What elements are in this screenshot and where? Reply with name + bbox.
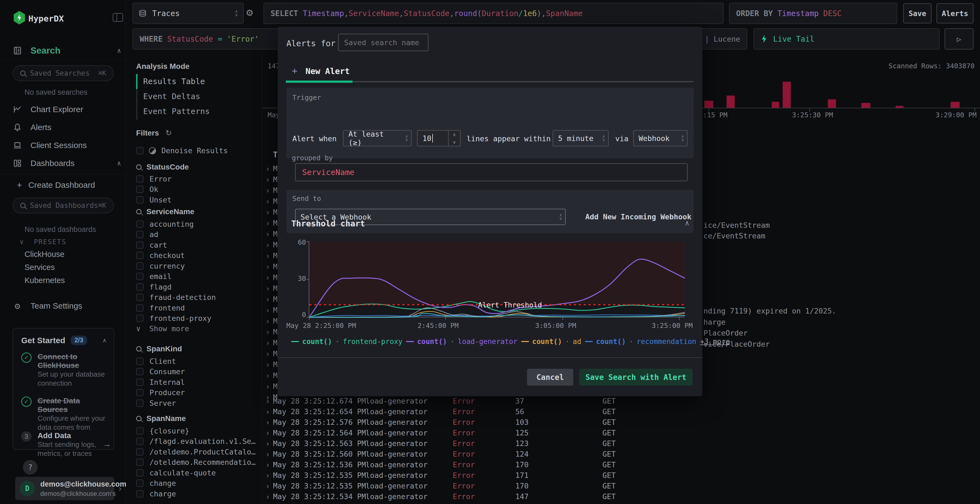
expand-chevron-icon[interactable]: ›: [266, 175, 270, 184]
expand-chevron-icon[interactable]: ›: [266, 284, 270, 293]
hyperdx-logo-icon[interactable]: [13, 11, 25, 24]
denoise-toggle[interactable]: Denoise Results: [136, 146, 228, 155]
legend-more-button[interactable]: +3 more: [700, 337, 730, 346]
filter-item[interactable]: /oteldemo.Recommendatio…: [136, 457, 256, 468]
threshold-type-select[interactable]: At least (≥) ∧∨: [343, 130, 412, 146]
checkbox[interactable]: [136, 175, 143, 183]
filter-item[interactable]: /oteldemo.ProductCatalo…: [136, 447, 256, 457]
expand-chevron-icon[interactable]: ›: [266, 186, 270, 195]
saved-dashboards-input[interactable]: Saved Dashboards ⌘K: [13, 197, 114, 213]
expand-chevron-icon[interactable]: ›: [266, 450, 270, 459]
get-started-step-connect[interactable]: ✓ Connect to ClickHouse Set up your data…: [21, 352, 106, 388]
checkbox[interactable]: [136, 231, 143, 238]
refresh-icon[interactable]: ↻: [165, 129, 172, 137]
filter-item[interactable]: /flagd.evaluation.v1.Se…: [136, 436, 256, 447]
checkbox[interactable]: [136, 378, 143, 386]
expand-chevron-icon[interactable]: ›: [266, 317, 270, 326]
expand-chevron-icon[interactable]: ›: [266, 429, 270, 437]
save-button[interactable]: Save: [903, 3, 932, 24]
table-row[interactable]: ›May 28 3:25:12.563 PMload-generatorErro…: [263, 439, 980, 450]
checkbox[interactable]: [136, 252, 143, 259]
preset-services[interactable]: Services: [24, 263, 55, 272]
filter-item[interactable]: email: [136, 271, 256, 282]
mode-results-table[interactable]: Results Table: [143, 77, 205, 86]
checkbox[interactable]: [136, 221, 143, 228]
filter-item[interactable]: Internal: [136, 377, 256, 388]
filter-item[interactable]: change: [136, 478, 256, 489]
expand-chevron-icon[interactable]: ›: [266, 273, 270, 282]
user-menu[interactable]: D demos@clickhouse.com demos@clickhouse.…: [15, 477, 115, 500]
expand-chevron-icon[interactable]: ›: [266, 461, 270, 469]
presets-toggle[interactable]: ∨ PRESETS: [20, 238, 66, 246]
channel-select[interactable]: Webhook ∧∨: [633, 130, 687, 146]
stepper-up-icon[interactable]: ∧: [453, 132, 456, 137]
checkbox[interactable]: [136, 186, 143, 193]
checkbox[interactable]: [136, 399, 143, 407]
checkbox[interactable]: [136, 242, 143, 249]
table-row[interactable]: ›May 28 3:25:12.534 PMload-generatorErro…: [263, 492, 980, 503]
checkbox[interactable]: [136, 490, 143, 498]
expand-chevron-icon[interactable]: ›: [266, 251, 270, 261]
filter-item[interactable]: fraud-detection: [136, 292, 256, 303]
filter-item[interactable]: frontend-proxy: [136, 313, 256, 324]
language-toggle[interactable]: L | Lucene: [696, 35, 740, 43]
alerts-button[interactable]: Alerts: [937, 3, 974, 24]
checkbox[interactable]: [136, 273, 143, 280]
filter-item[interactable]: charge: [136, 488, 256, 499]
search-icon[interactable]: [136, 164, 142, 170]
get-started-step-sources[interactable]: ✓ Create Data Sources Configure where yo…: [21, 396, 106, 432]
sidebar-item-dashboards[interactable]: Dashboards ∧: [0, 157, 125, 170]
sidebar-collapse-icon[interactable]: [113, 13, 123, 22]
expand-chevron-icon[interactable]: ›: [266, 164, 270, 173]
expand-chevron-icon[interactable]: ›: [266, 418, 270, 427]
expand-chevron-icon[interactable]: ›: [266, 295, 270, 304]
expand-chevron-icon[interactable]: ›: [266, 350, 270, 358]
checkbox[interactable]: [136, 262, 143, 270]
sidebar-item-alerts[interactable]: Alerts: [0, 121, 125, 134]
expand-chevron-icon[interactable]: ›: [266, 306, 270, 315]
table-row[interactable]: ›May 28 3:25:12.564 PMload-generatorErro…: [263, 429, 980, 439]
threshold-value-input[interactable]: 10 ∧ ∨: [417, 130, 461, 146]
sidebar-item-team-settings[interactable]: ⚙ Team Settings: [0, 299, 125, 312]
expand-chevron-icon[interactable]: ›: [266, 230, 270, 238]
chevron-up-icon[interactable]: ∧: [102, 337, 107, 344]
expand-chevron-icon[interactable]: ›: [266, 262, 270, 271]
search-icon[interactable]: [136, 346, 142, 351]
expand-chevron-icon[interactable]: ›: [266, 407, 270, 417]
mode-event-deltas[interactable]: Event Deltas: [143, 92, 200, 101]
filter-item[interactable]: cart: [136, 240, 256, 250]
cancel-button[interactable]: Cancel: [527, 369, 573, 386]
expand-chevron-icon[interactable]: ›: [266, 208, 270, 217]
help-button[interactable]: ?: [23, 460, 38, 475]
checkbox[interactable]: [136, 480, 143, 487]
checkbox[interactable]: [136, 459, 143, 466]
source-select[interactable]: Traces ∧∨: [132, 3, 243, 24]
table-row[interactable]: ›May 28 3:25:12.674 PMload-generatorErro…: [263, 397, 980, 407]
get-started-step-add-data[interactable]: 3 Add Data Start sending logs, metrics, …: [21, 431, 111, 458]
search-icon[interactable]: [136, 416, 142, 421]
legend-item[interactable]: count()·ad: [521, 337, 581, 346]
checkbox[interactable]: [136, 147, 143, 154]
legend-item[interactable]: count()·load-generator: [406, 337, 517, 346]
saved-search-name-input[interactable]: [338, 34, 428, 51]
sidebar-item-client-sessions[interactable]: Client Sessions: [0, 139, 125, 152]
table-row[interactable]: ›May 28 3:25:12.535 PMload-generatorErro…: [263, 471, 980, 482]
filter-item[interactable]: Error: [136, 173, 256, 184]
sidebar-item-chart-explorer[interactable]: Chart Explorer: [0, 103, 125, 116]
expand-chevron-icon[interactable]: ›: [266, 482, 270, 491]
expand-chevron-icon[interactable]: ›: [266, 328, 270, 337]
legend-item[interactable]: count()·recommendation: [585, 337, 696, 346]
create-dashboard-button[interactable]: + Create Dashboard: [0, 178, 125, 192]
expand-chevron-icon[interactable]: ›: [266, 197, 270, 206]
order-by-input[interactable]: ORDER BY Timestamp DESC: [729, 3, 897, 24]
checkbox[interactable]: [136, 294, 143, 301]
show-more-button[interactable]: ∨ Show more: [136, 324, 189, 333]
preset-kubernetes[interactable]: Kubernetes: [24, 276, 65, 285]
table-row[interactable]: ›May 28 3:25:12.576 PMload-generatorErro…: [263, 418, 980, 429]
checkbox[interactable]: [136, 389, 143, 396]
checkbox[interactable]: [136, 469, 143, 477]
filter-item[interactable]: ad: [136, 229, 256, 240]
preset-clickhouse[interactable]: ClickHouse: [24, 250, 65, 259]
search-icon[interactable]: [136, 209, 142, 215]
legend-item[interactable]: count()·frontend-proxy: [291, 337, 402, 346]
